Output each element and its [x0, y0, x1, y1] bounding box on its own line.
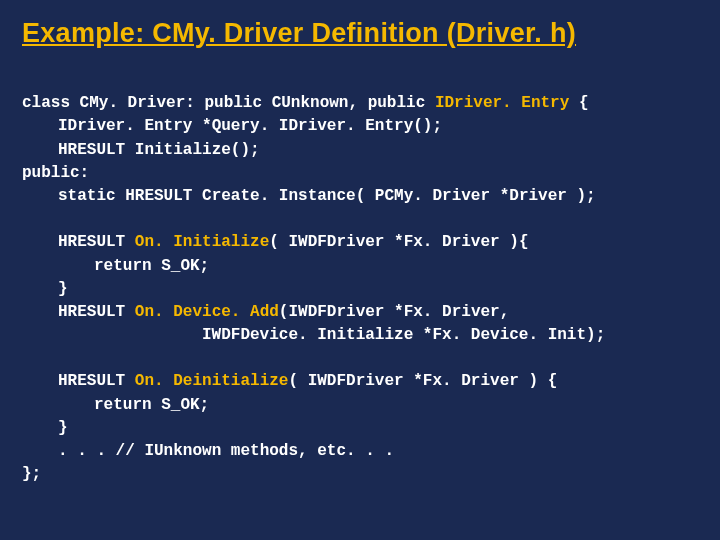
slide: Example: CMy. Driver Definition (Driver.…: [0, 0, 720, 540]
code-line-14: . . . // IUnknown methods, etc. . .: [22, 440, 394, 463]
highlight-ondeinitialize: On. Deinitialize: [135, 372, 289, 390]
code-line-8: }: [22, 278, 68, 301]
code-line-3: HRESULT Initialize();: [22, 139, 260, 162]
code-line-4: public:: [22, 164, 89, 182]
code-line-9: HRESULT On. Device. Add(IWDFDriver *Fx. …: [22, 301, 509, 324]
code-line-13: }: [22, 417, 68, 440]
code-block: class CMy. Driver: public CUnknown, publ…: [22, 69, 698, 486]
slide-title: Example: CMy. Driver Definition (Driver.…: [22, 18, 698, 49]
code-line-5: static HRESULT Create. Instance( PCMy. D…: [22, 185, 596, 208]
code-line-15: };: [22, 465, 41, 483]
code-line-12: return S_OK;: [22, 394, 209, 417]
code-line-10: IWDFDevice. Initialize *Fx. Device. Init…: [22, 324, 605, 347]
code-line-11: HRESULT On. Deinitialize( IWDFDriver *Fx…: [22, 370, 557, 393]
code-line-1: class CMy. Driver: public CUnknown, publ…: [22, 94, 589, 112]
highlight-oninitialize: On. Initialize: [135, 233, 269, 251]
code-line-6: HRESULT On. Initialize( IWDFDriver *Fx. …: [22, 231, 528, 254]
code-line-7: return S_OK;: [22, 255, 209, 278]
code-line-2: IDriver. Entry *Query. IDriver. Entry();: [22, 115, 442, 138]
highlight-idriver-entry: IDriver. Entry: [435, 94, 569, 112]
highlight-ondeviceadd: On. Device. Add: [135, 303, 279, 321]
